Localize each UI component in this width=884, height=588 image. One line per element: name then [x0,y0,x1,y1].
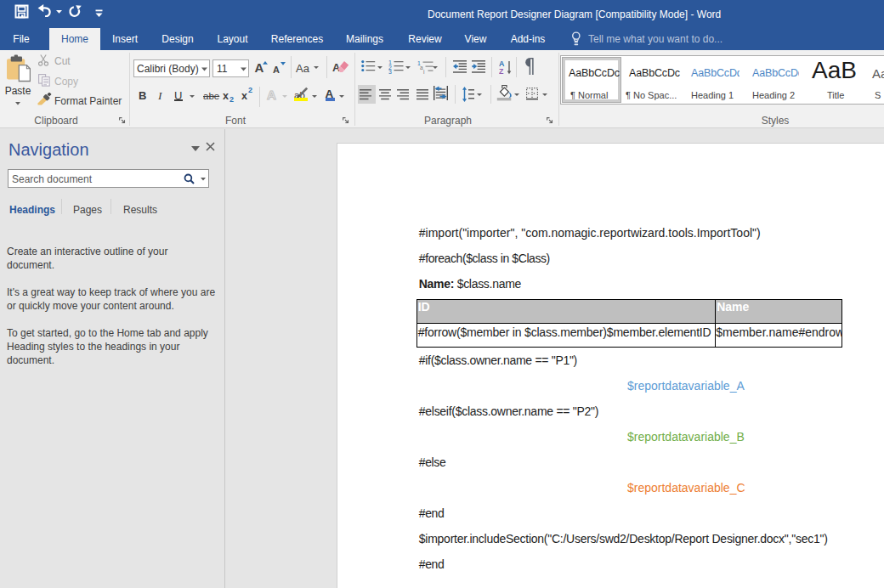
svg-text:Z: Z [499,67,504,75]
svg-text:i: i [423,69,424,75]
svg-text:3: 3 [388,69,392,74]
